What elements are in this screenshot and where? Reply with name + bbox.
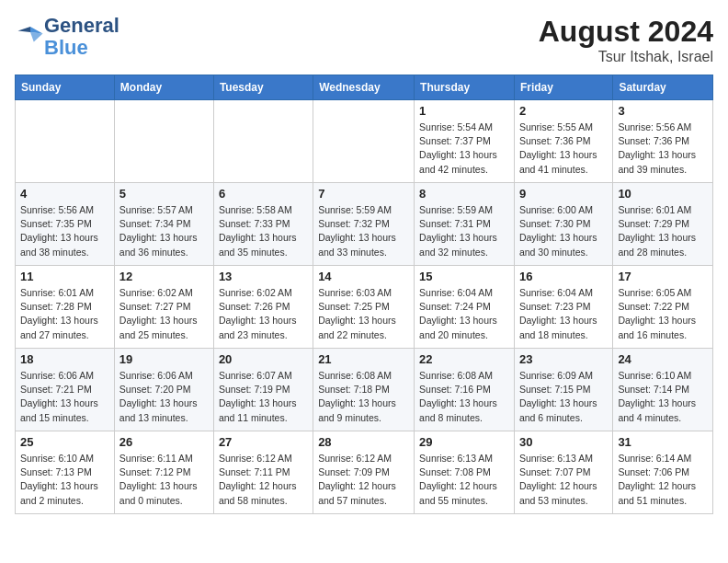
calendar-cell: 16Sunrise: 6:04 AM Sunset: 7:23 PM Dayli… (514, 266, 612, 349)
weekday-header-tuesday: Tuesday (213, 75, 313, 100)
svg-marker-2 (30, 32, 43, 42)
day-number: 17 (618, 270, 708, 283)
day-number: 29 (419, 435, 509, 449)
day-number: 6 (219, 187, 308, 201)
calendar-cell: 7Sunrise: 5:59 AM Sunset: 7:32 PM Daylig… (313, 183, 415, 266)
calendar-cell: 10Sunrise: 6:01 AM Sunset: 7:29 PM Dayli… (613, 183, 713, 266)
day-number: 21 (318, 352, 409, 366)
day-info: Sunrise: 5:56 AM Sunset: 7:36 PM Dayligh… (618, 121, 708, 177)
day-info: Sunrise: 6:10 AM Sunset: 7:14 PM Dayligh… (618, 369, 708, 425)
weekday-header-monday: Monday (114, 75, 213, 100)
day-number: 22 (419, 352, 509, 366)
day-info: Sunrise: 6:12 AM Sunset: 7:11 PM Dayligh… (219, 452, 308, 508)
day-info: Sunrise: 6:01 AM Sunset: 7:28 PM Dayligh… (20, 286, 109, 342)
calendar-cell: 17Sunrise: 6:05 AM Sunset: 7:22 PM Dayli… (613, 266, 713, 349)
month-year-title: August 2024 (539, 15, 713, 49)
day-number: 7 (318, 187, 409, 201)
logo-text: GeneralBlue (44, 15, 119, 59)
day-info: Sunrise: 6:13 AM Sunset: 7:08 PM Dayligh… (419, 452, 509, 508)
week-row-4: 18Sunrise: 6:06 AM Sunset: 7:21 PM Dayli… (16, 349, 713, 431)
calendar-cell: 25Sunrise: 6:10 AM Sunset: 7:13 PM Dayli… (16, 431, 115, 514)
week-row-3: 11Sunrise: 6:01 AM Sunset: 7:28 PM Dayli… (16, 266, 713, 349)
day-info: Sunrise: 6:14 AM Sunset: 7:06 PM Dayligh… (618, 452, 708, 508)
calendar-cell (213, 100, 313, 183)
day-number: 3 (618, 104, 708, 118)
weekday-header-thursday: Thursday (415, 75, 515, 100)
calendar-cell: 26Sunrise: 6:11 AM Sunset: 7:12 PM Dayli… (114, 431, 213, 514)
weekday-header-wednesday: Wednesday (313, 75, 415, 100)
day-number: 2 (519, 104, 608, 118)
day-number: 23 (519, 352, 608, 366)
day-info: Sunrise: 5:59 AM Sunset: 7:32 PM Dayligh… (318, 203, 409, 259)
calendar-cell: 27Sunrise: 6:12 AM Sunset: 7:11 PM Dayli… (213, 431, 313, 514)
day-number: 1 (419, 104, 509, 118)
day-info: Sunrise: 5:55 AM Sunset: 7:36 PM Dayligh… (519, 121, 608, 177)
day-number: 27 (219, 435, 308, 449)
week-row-2: 4Sunrise: 5:56 AM Sunset: 7:35 PM Daylig… (16, 183, 713, 266)
day-info: Sunrise: 6:02 AM Sunset: 7:26 PM Dayligh… (219, 286, 308, 342)
calendar-cell: 18Sunrise: 6:06 AM Sunset: 7:21 PM Dayli… (16, 349, 115, 431)
calendar-cell: 29Sunrise: 6:13 AM Sunset: 7:08 PM Dayli… (415, 431, 515, 514)
calendar-cell: 15Sunrise: 6:04 AM Sunset: 7:24 PM Dayli… (415, 266, 515, 349)
day-number: 20 (219, 352, 308, 366)
day-number: 14 (318, 270, 409, 283)
day-info: Sunrise: 6:09 AM Sunset: 7:15 PM Dayligh… (519, 369, 608, 425)
calendar-cell: 2Sunrise: 5:55 AM Sunset: 7:36 PM Daylig… (514, 100, 612, 183)
calendar-cell: 9Sunrise: 6:00 AM Sunset: 7:30 PM Daylig… (514, 183, 612, 266)
calendar-cell: 30Sunrise: 6:13 AM Sunset: 7:07 PM Dayli… (514, 431, 612, 514)
calendar-cell (114, 100, 213, 183)
logo: GeneralBlue (15, 15, 119, 59)
day-info: Sunrise: 6:04 AM Sunset: 7:24 PM Dayligh… (419, 286, 509, 342)
day-number: 25 (20, 435, 109, 449)
day-info: Sunrise: 6:08 AM Sunset: 7:18 PM Dayligh… (318, 369, 409, 425)
weekday-header-sunday: Sunday (16, 75, 115, 100)
day-info: Sunrise: 5:59 AM Sunset: 7:31 PM Dayligh… (419, 203, 509, 259)
calendar-cell: 5Sunrise: 5:57 AM Sunset: 7:34 PM Daylig… (114, 183, 213, 266)
day-number: 16 (519, 270, 608, 283)
day-info: Sunrise: 6:06 AM Sunset: 7:21 PM Dayligh… (20, 369, 109, 425)
day-number: 5 (119, 187, 209, 201)
day-number: 11 (20, 270, 109, 283)
day-info: Sunrise: 6:01 AM Sunset: 7:29 PM Dayligh… (618, 203, 708, 259)
day-info: Sunrise: 6:12 AM Sunset: 7:09 PM Dayligh… (318, 452, 409, 508)
calendar-header: SundayMondayTuesdayWednesdayThursdayFrid… (16, 75, 713, 100)
calendar-cell: 19Sunrise: 6:06 AM Sunset: 7:20 PM Dayli… (114, 349, 213, 431)
weekday-header-friday: Friday (514, 75, 612, 100)
day-number: 12 (119, 270, 209, 283)
day-number: 30 (519, 435, 608, 449)
calendar-cell: 11Sunrise: 6:01 AM Sunset: 7:28 PM Dayli… (16, 266, 115, 349)
calendar-table: SundayMondayTuesdayWednesdayThursdayFrid… (15, 75, 713, 514)
title-block: August 2024 Tsur Itshak, Israel (539, 15, 713, 65)
weekday-header-row: SundayMondayTuesdayWednesdayThursdayFrid… (16, 75, 713, 100)
day-number: 13 (219, 270, 308, 283)
calendar-cell: 1Sunrise: 5:54 AM Sunset: 7:37 PM Daylig… (415, 100, 515, 183)
day-info: Sunrise: 6:08 AM Sunset: 7:16 PM Dayligh… (419, 369, 509, 425)
calendar-cell: 13Sunrise: 6:02 AM Sunset: 7:26 PM Dayli… (213, 266, 313, 349)
calendar-cell: 4Sunrise: 5:56 AM Sunset: 7:35 PM Daylig… (16, 183, 115, 266)
day-info: Sunrise: 6:07 AM Sunset: 7:19 PM Dayligh… (219, 369, 308, 425)
day-number: 4 (20, 187, 109, 201)
day-info: Sunrise: 6:02 AM Sunset: 7:27 PM Dayligh… (119, 286, 209, 342)
weekday-header-saturday: Saturday (613, 75, 713, 100)
day-info: Sunrise: 6:06 AM Sunset: 7:20 PM Dayligh… (119, 369, 209, 425)
day-number: 8 (419, 187, 509, 201)
calendar-cell: 14Sunrise: 6:03 AM Sunset: 7:25 PM Dayli… (313, 266, 415, 349)
calendar-body: 1Sunrise: 5:54 AM Sunset: 7:37 PM Daylig… (16, 100, 713, 514)
calendar-cell: 12Sunrise: 6:02 AM Sunset: 7:27 PM Dayli… (114, 266, 213, 349)
day-number: 15 (419, 270, 509, 283)
day-info: Sunrise: 5:58 AM Sunset: 7:33 PM Dayligh… (219, 203, 308, 259)
day-number: 24 (618, 352, 708, 366)
svg-marker-1 (18, 27, 31, 32)
calendar-cell: 6Sunrise: 5:58 AM Sunset: 7:33 PM Daylig… (213, 183, 313, 266)
day-info: Sunrise: 6:11 AM Sunset: 7:12 PM Dayligh… (119, 452, 209, 508)
week-row-1: 1Sunrise: 5:54 AM Sunset: 7:37 PM Daylig… (16, 100, 713, 183)
calendar-cell (16, 100, 115, 183)
day-info: Sunrise: 6:10 AM Sunset: 7:13 PM Dayligh… (20, 452, 109, 508)
day-info: Sunrise: 5:54 AM Sunset: 7:37 PM Dayligh… (419, 121, 509, 177)
day-info: Sunrise: 5:57 AM Sunset: 7:34 PM Dayligh… (119, 203, 209, 259)
calendar-cell: 28Sunrise: 6:12 AM Sunset: 7:09 PM Dayli… (313, 431, 415, 514)
day-info: Sunrise: 6:13 AM Sunset: 7:07 PM Dayligh… (519, 452, 608, 508)
calendar-cell: 20Sunrise: 6:07 AM Sunset: 7:19 PM Dayli… (213, 349, 313, 431)
day-info: Sunrise: 6:00 AM Sunset: 7:30 PM Dayligh… (519, 203, 608, 259)
day-number: 18 (20, 352, 109, 366)
